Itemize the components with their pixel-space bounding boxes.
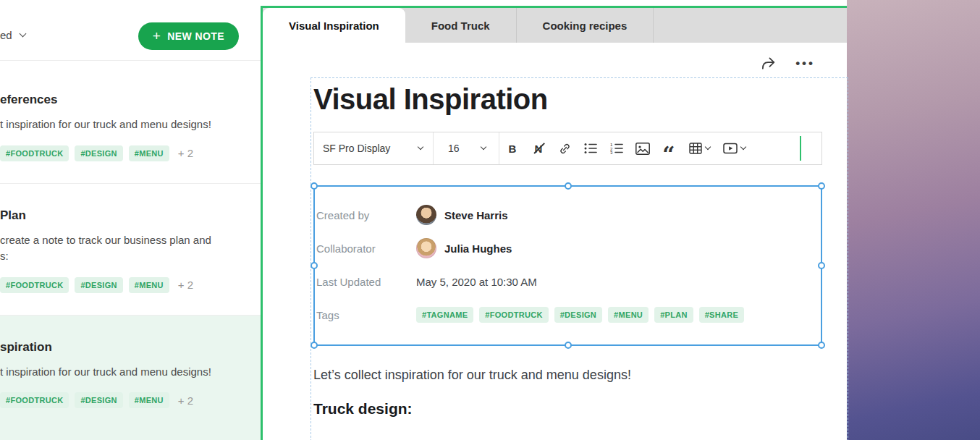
quote-button[interactable]: “	[656, 132, 682, 164]
tag-chip[interactable]: #DESIGN	[554, 307, 602, 323]
meta-label: Created by	[316, 209, 416, 221]
meta-value: May 5, 2020 at 10:30 AM	[416, 276, 537, 288]
tag-chip[interactable]: #SHARE	[699, 307, 744, 323]
tab-label: Food Truck	[431, 20, 490, 32]
sort-dropdown[interactable]: ed	[0, 29, 25, 41]
note-title: eferences	[0, 93, 243, 107]
resize-handle[interactable]	[311, 262, 318, 269]
tag-chip[interactable]: #PLAN	[654, 307, 693, 323]
new-note-label: NEW NOTE	[167, 30, 224, 42]
insert-video-button[interactable]	[717, 132, 751, 164]
tab-label: Cooking recipes	[543, 20, 628, 32]
note-excerpt: create a note to track our business plan…	[0, 232, 243, 265]
resize-handle[interactable]	[311, 182, 318, 190]
more-tags-count[interactable]: + 2	[178, 279, 193, 291]
bulleted-list-button[interactable]	[578, 132, 604, 164]
note-actions: •••	[760, 56, 815, 71]
font-family-select[interactable]: SF Pro Display	[314, 132, 433, 164]
note-tags: #FOODTRUCK #DESIGN #MENU + 2	[0, 145, 243, 161]
insert-image-button[interactable]	[630, 132, 656, 164]
note-title-editor[interactable]: Visual Inspiration	[313, 82, 848, 116]
note-content: ••• Visual Inspiration SF Pro Display 16	[263, 43, 847, 440]
note-excerpt: t inspiration for our truck and menu des…	[0, 364, 243, 381]
tab-visual-inspiration[interactable]: Visual Inspiration	[263, 8, 405, 43]
note-tags: #FOODTRUCK #DESIGN #MENU + 2	[0, 392, 243, 408]
metadata-table[interactable]: Created by Steve Harris Collaborator Jul…	[313, 185, 822, 346]
note-tags: #FOODTRUCK #DESIGN #MENU + 2	[0, 277, 243, 293]
tag-chip[interactable]: #DESIGN	[75, 277, 122, 293]
document-editor: Visual Inspiration SF Pro Display 16	[311, 77, 848, 440]
tag-chip[interactable]: #FOODTRUCK	[479, 307, 548, 323]
note-list-item-selected[interactable]: spiration t inspiration for our truck an…	[0, 316, 261, 440]
plus-icon: +	[153, 29, 161, 43]
tab-cooking-recipes[interactable]: Cooking recipes	[517, 8, 654, 43]
resize-handle[interactable]	[818, 182, 825, 190]
person-name: Steve Harris	[444, 209, 508, 221]
tab-bar: Visual Inspiration Food Truck Cooking re…	[263, 8, 847, 43]
section-heading[interactable]: Truck design:	[313, 400, 848, 418]
more-options-button[interactable]: •••	[795, 56, 815, 71]
numbered-list-icon: 123	[610, 143, 623, 154]
note-excerpt-line: create a note to track our business plan…	[0, 232, 243, 249]
font-size-value: 16	[448, 143, 460, 154]
tag-chip[interactable]: #MENU	[129, 392, 169, 408]
sidebar-header: ed + NEW NOTE	[0, 0, 261, 61]
tag-chip[interactable]: #FOODTRUCK	[0, 145, 69, 161]
bulleted-list-icon	[584, 143, 597, 154]
video-icon	[723, 143, 738, 154]
link-button[interactable]	[552, 132, 578, 164]
share-button[interactable]	[760, 56, 777, 71]
tag-chip[interactable]: #TAGNAME	[416, 307, 473, 323]
note-window: Visual Inspiration Food Truck Cooking re…	[261, 0, 847, 440]
note-excerpt: t inspiration for our truck and menu des…	[0, 117, 243, 133]
meta-tags: #TAGNAME #FOODTRUCK #DESIGN #MENU #PLAN …	[416, 307, 744, 323]
note-title: Plan	[0, 208, 243, 223]
tag-chip[interactable]: #MENU	[129, 145, 169, 161]
tag-chip[interactable]: #FOODTRUCK	[0, 277, 69, 293]
formatting-toolbar: SF Pro Display 16 B	[313, 132, 822, 165]
clear-formatting-button[interactable]: N	[525, 132, 552, 164]
tag-chip[interactable]: #MENU	[129, 277, 169, 293]
note-list-item[interactable]: eferences t inspiration for our truck an…	[0, 61, 261, 184]
tab-food-truck[interactable]: Food Truck	[405, 8, 517, 43]
tab-label: Visual Inspiration	[289, 20, 379, 32]
share-arrow-icon	[760, 56, 777, 71]
app-root: ed + NEW NOTE eferences t inspiration fo…	[0, 0, 980, 440]
meta-label: Last Updated	[316, 276, 416, 288]
sort-label: ed	[0, 29, 12, 41]
resize-handle[interactable]	[565, 342, 572, 349]
tag-chip[interactable]: #MENU	[608, 307, 649, 323]
more-tags-count[interactable]: + 2	[178, 394, 193, 407]
updated-date: May 5, 2020 at 10:30 AM	[416, 276, 537, 288]
chevron-down-icon	[740, 144, 745, 150]
insert-table-button[interactable]	[682, 132, 717, 164]
person-name: Julia Hughes	[444, 242, 512, 255]
note-title: spiration	[0, 340, 243, 355]
more-tags-count[interactable]: + 2	[178, 147, 193, 159]
resize-handle[interactable]	[565, 182, 572, 190]
resize-handle[interactable]	[311, 342, 318, 349]
font-size-select[interactable]: 16	[434, 132, 499, 164]
chevron-down-icon	[481, 144, 486, 150]
avatar-julia-hughes	[416, 238, 436, 258]
numbered-list-button[interactable]: 123	[604, 132, 630, 164]
bold-button[interactable]: B	[499, 132, 525, 164]
resize-handle[interactable]	[818, 342, 825, 349]
resize-handle[interactable]	[818, 262, 825, 269]
svg-text:3: 3	[610, 151, 613, 154]
new-note-button[interactable]: + NEW NOTE	[138, 22, 239, 50]
tag-chip[interactable]: #FOODTRUCK	[0, 392, 69, 408]
meta-row-collaborator: Collaborator Julia Hughes	[316, 232, 821, 265]
meta-label: Tags	[316, 309, 416, 321]
meta-row-created-by: Created by Steve Harris	[316, 198, 821, 232]
tag-chip[interactable]: #DESIGN	[75, 392, 122, 408]
ellipsis-icon: •••	[795, 56, 815, 71]
bold-icon: B	[509, 143, 517, 155]
chevron-down-icon	[418, 144, 423, 150]
desktop-wallpaper	[847, 0, 980, 440]
note-paragraph[interactable]: Let’s collect inspiration for our truck …	[313, 368, 848, 383]
text-caret	[800, 136, 801, 161]
tag-chip[interactable]: #DESIGN	[75, 145, 122, 161]
meta-value: Julia Hughes	[416, 238, 512, 258]
note-list-item[interactable]: Plan create a note to track our business…	[0, 184, 261, 316]
